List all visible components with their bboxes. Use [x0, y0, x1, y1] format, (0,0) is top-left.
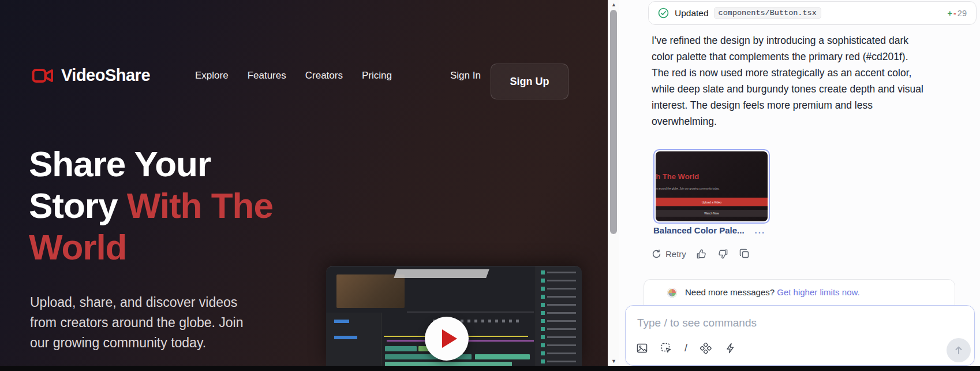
assistant-message: I've refined the design by introducing a…: [652, 32, 980, 129]
main-nav: Explore Features Creators Pricing: [195, 58, 392, 94]
send-button[interactable]: [947, 338, 971, 362]
diff-count: 29: [957, 9, 967, 18]
hero-title: Share Your Story With The World: [29, 143, 291, 268]
scrollbar-thumb[interactable]: [610, 10, 617, 234]
nav-features[interactable]: Features: [248, 70, 286, 81]
editor-footage-thumbnail: [336, 274, 405, 308]
retry-button[interactable]: Retry: [652, 249, 686, 259]
editor-clip: [385, 346, 417, 351]
hero-subtitle: Upload, share, and discover videos from …: [30, 292, 272, 353]
tool-status-label: Updated: [675, 8, 709, 18]
diff-plus-sign: +: [948, 9, 952, 18]
banner-text: Need more messages? Get higher limits no…: [685, 287, 860, 297]
scroll-up-arrow-icon[interactable]: ▲: [608, 0, 619, 9]
slash-command-icon[interactable]: /: [684, 342, 687, 354]
thumb-secondary-button: Watch Now: [656, 210, 768, 217]
tool-update-card[interactable]: Updated components/Button.tsx + - 29: [648, 1, 977, 25]
vertical-scrollbar[interactable]: ▲ ▼: [608, 0, 619, 366]
composer-input[interactable]: Type / to see commands: [637, 317, 757, 329]
editor-chip: [334, 336, 357, 339]
editor-chip: [334, 320, 349, 323]
video-camera-icon: [32, 68, 54, 84]
tool-file-chip: components/Button.tsx: [714, 7, 821, 19]
diff-minus-sign: -: [953, 9, 956, 18]
editor-clip: [475, 354, 530, 359]
site-header: VideoShare Explore Features Creators Pri…: [0, 58, 608, 104]
nav-creators[interactable]: Creators: [305, 70, 343, 81]
artifact-title[interactable]: Balanced Color Pale...: [653, 225, 745, 235]
quick-actions-icon[interactable]: [724, 343, 736, 354]
usage-pie-icon: [667, 288, 677, 298]
integrations-icon[interactable]: [700, 343, 712, 354]
diff-stat: + - 29: [948, 9, 967, 18]
message-actions: Retry: [652, 248, 750, 259]
play-button[interactable]: [425, 317, 469, 361]
select-element-icon[interactable]: [660, 343, 672, 354]
thumbs-down-icon[interactable]: [717, 248, 729, 259]
copy-icon[interactable]: [739, 248, 750, 259]
nav-explore[interactable]: Explore: [195, 70, 229, 81]
check-circle-icon: [658, 8, 669, 18]
editor-highlight: [394, 269, 489, 278]
retry-icon: [652, 249, 661, 259]
thumb-subline: deos around the globe. Join our growing …: [656, 187, 720, 190]
editor-ruler: [407, 311, 534, 313]
attach-image-icon[interactable]: [636, 343, 648, 354]
retry-label: Retry: [665, 249, 686, 259]
artifact-preview-content: th The World deos around the globe. Join…: [656, 151, 768, 221]
video-player-mock: [326, 266, 582, 366]
editor-right-panel: [536, 266, 582, 366]
composer-toolbar: /: [636, 342, 736, 354]
thumbs-up-icon[interactable]: [696, 248, 708, 259]
scroll-down-arrow-icon[interactable]: ▼: [608, 357, 619, 366]
brand-name: VideoShare: [61, 66, 150, 85]
thumb-primary-button: Upload a Video: [656, 198, 768, 206]
bottom-black-strip: [0, 366, 980, 371]
ellipsis-menu-icon[interactable]: ...: [755, 225, 766, 235]
message-composer[interactable]: Type / to see commands /: [625, 305, 975, 366]
nav-pricing[interactable]: Pricing: [362, 70, 392, 81]
artifact-title-row: Balanced Color Pale... ...: [653, 225, 765, 235]
assistant-chat-panel: Updated components/Button.tsx + - 29 I'v…: [619, 0, 980, 366]
brand[interactable]: VideoShare: [32, 66, 150, 85]
sign-up-button[interactable]: Sign Up: [491, 64, 568, 99]
get-higher-limits-link[interactable]: Get higher limits now.: [777, 287, 859, 297]
thumb-heading: th The World: [656, 172, 699, 181]
artifact-preview-thumbnail[interactable]: th The World deos around the globe. Join…: [653, 149, 770, 224]
site-preview-pane: VideoShare Explore Features Creators Pri…: [0, 0, 608, 366]
sign-in-link[interactable]: Sign In: [450, 58, 481, 94]
